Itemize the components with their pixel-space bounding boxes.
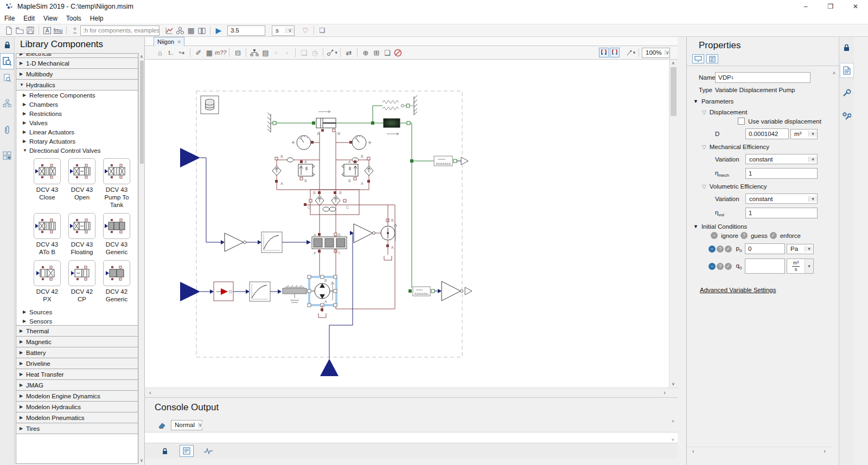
relief-valve-right[interactable]: A B [342,160,358,183]
run-simulation-button[interactable]: ▶ [213,25,224,36]
orifice-mid-left[interactable] [323,207,329,211]
scroll-down-icon[interactable]: ∨ [672,382,675,386]
item-restrictions[interactable]: ▶Restrictions [16,109,138,118]
q0-ignore-toggle[interactable]: − [709,263,716,270]
item-sources[interactable]: ▶Sources [16,307,138,317]
q0-enforce-toggle[interactable]: ✓ [725,263,732,270]
volumetric-efficiency-subsection-header[interactable]: ▽ Volumetric Efficiency [702,183,833,190]
fixed-wall-left[interactable] [267,113,271,132]
probe-plot-tab[interactable] [201,445,215,457]
clear-console-button[interactable] [157,419,168,430]
canvas-horizontal-scrollbar[interactable]: ‹ › [145,388,678,397]
scrollbar-thumb[interactable] [671,67,676,116]
gain-3[interactable] [442,281,463,301]
simulation-settings-tab[interactable] [840,86,854,101]
model-tree-view-button[interactable] [249,47,260,58]
fixed-wall-right[interactable] [410,95,417,115]
change-connection-style-button[interactable]: ⇄ [343,47,354,58]
spring-damper[interactable] [382,100,406,110]
scroll-right-icon[interactable]: › [824,448,826,454]
q0-unit-select[interactable]: m³s ▾ [787,259,814,274]
d-unit-select[interactable]: m³ ▾ [790,129,818,139]
component-dcv43-open[interactable]: DCV 43Open [65,158,99,209]
menu-help[interactable]: Help [86,15,108,22]
library-components-tab[interactable] [0,53,14,69]
new-file-button[interactable] [3,25,14,36]
open-file-button[interactable] [14,25,25,36]
properties-horizontal-scrollbar[interactable]: ‹ › [687,447,831,455]
component-dcv42-cp[interactable]: DCV 42CP [65,260,99,303]
check-valve-left[interactable]: B A [272,154,283,185]
component-dcv43-close[interactable]: DCV 43Close [30,158,64,209]
eta-mech-input[interactable]: 1 [745,168,818,179]
vol-variation-select[interactable]: constant ▾ [745,193,818,204]
p0-input[interactable]: 0 [745,243,785,254]
library-scrollbar[interactable]: ∧ ∨ [138,53,144,464]
pressure-gauge-right[interactable] [349,135,371,150]
tab-close-icon[interactable]: × [177,39,181,45]
input-port-2[interactable] [180,282,200,301]
menu-view[interactable]: View [39,15,62,22]
console-output-area[interactable] [145,432,678,443]
input-port-1[interactable] [180,148,200,167]
component-dcv43-generic[interactable]: DCV 43Generic [100,213,133,256]
mass-block[interactable] [384,119,400,135]
add-window-button[interactable]: ❏ [382,47,393,58]
main-view-button[interactable]: ⌂ [155,47,165,58]
tab-niigon[interactable]: Niigon × [154,37,184,46]
scroll-up-icon[interactable]: ∧ [672,61,675,66]
save-button[interactable] [25,25,36,36]
item-valves[interactable]: ▶Valves [16,118,138,127]
console-scroll-arrows[interactable]: ˄ ˅ [669,418,678,443]
component-view-tab[interactable] [692,54,704,63]
relief-valve-left[interactable]: A B [298,160,315,183]
parameter-grid-button[interactable]: ▦ [186,25,196,36]
add-table-button[interactable]: ⊞ [371,47,382,58]
component-dcv43-pump-to-tank[interactable]: DCV 43Pump ToTank [100,158,133,209]
section-modelon-pneumatics[interactable]: ▶Modelon Pneumatics [16,412,138,423]
search-documents-tab[interactable] [0,69,14,86]
item-chambers[interactable]: ▶Chambers [16,100,138,109]
link-subsystem-button[interactable]: ❏ [298,47,309,58]
q0-guess-toggle[interactable]: ? [717,263,724,270]
p0-guess-toggle[interactable]: ? [717,246,724,253]
canvas-vertical-scrollbar[interactable]: ∧ ∨ [669,60,678,388]
menu-tools[interactable]: Tools [62,15,86,22]
attachments-tab[interactable] [0,121,14,138]
eta-vol-input[interactable]: 1 [745,208,818,218]
output-connector-2[interactable] [465,287,472,295]
section-jmag[interactable]: ▶JMAG [16,379,138,391]
gain-2[interactable] [354,224,375,243]
use-variable-displacement-checkbox[interactable] [738,118,745,125]
section-driveline[interactable]: ▶Driveline [16,358,138,369]
tank-2[interactable] [384,256,392,260]
advanced-variable-settings-link[interactable]: Advanced Variable Settings [700,287,776,293]
item-sensors[interactable]: ▶Sensors [16,317,138,326]
section-1d-mechanical[interactable]: ▶1-D Mechanical [16,57,138,69]
snap-to-port-toggle[interactable] [610,48,620,57]
displacement-subsection-header[interactable]: ▽ Displacement [702,109,833,115]
scroll-left-icon[interactable]: ‹ [149,389,151,396]
console-filter-select[interactable]: Normal ∨ [171,420,202,430]
lookup-table-2[interactable] [250,282,270,301]
scroll-right-icon[interactable]: › [663,389,666,396]
item-directional-control-valves[interactable]: ▼Directional Control Valves [16,146,138,155]
signal-block-red-arrow[interactable] [214,282,233,301]
section-thermal[interactable]: ▶Thermal [16,325,138,337]
parameters-section-header[interactable]: ▼ Parameters [693,98,833,105]
q0-input[interactable] [745,259,785,274]
dcv-valve-generic[interactable]: A B P T [312,233,347,255]
component-dcv43-floating[interactable]: DCV 43Floating [65,213,99,256]
search-input[interactable]: :h for components, examples, help... [80,25,159,36]
oil-properties-component[interactable] [201,96,219,114]
probe-heart-button[interactable]: ♡ [300,25,311,36]
name-input[interactable]: VDP1 [715,72,810,83]
model-canvas[interactable]: A B [145,60,669,388]
collapse-panel-button[interactable]: ⊟ [232,47,243,58]
parameters-view-tab[interactable] [706,54,718,63]
gain-1[interactable] [225,233,246,251]
section-battery[interactable]: ▶Battery [16,347,138,358]
section-heat-transfer[interactable]: ▶Heat Transfer [16,369,138,380]
ungroup-button[interactable]: ▫ [282,47,292,58]
section-modelon-hydraulics[interactable]: ▶Modelon Hydraulics [16,401,138,412]
